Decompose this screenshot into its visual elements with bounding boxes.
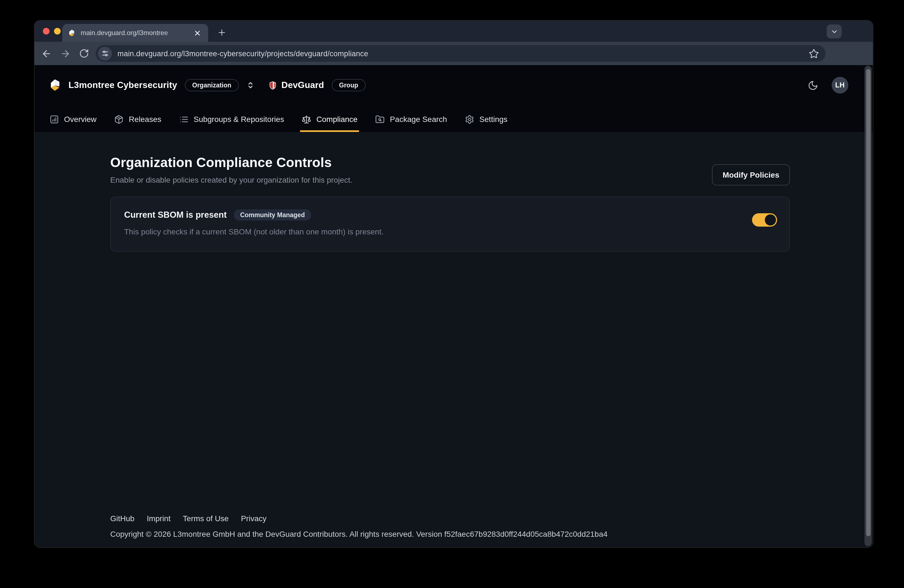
policy-card: Current SBOM is present Community Manage…: [110, 196, 790, 252]
policy-toggle[interactable]: [752, 213, 777, 227]
page-subtitle: Enable or disable policies created by yo…: [110, 175, 790, 184]
footer-link-privacy[interactable]: Privacy: [241, 514, 267, 523]
url-text[interactable]: main.devguard.org/l3montree-cybersecurit…: [117, 49, 803, 58]
browser-window: main.devguard.org/l3montree ✕: [35, 21, 873, 547]
releases-icon: [114, 114, 124, 124]
group-name[interactable]: DevGuard: [281, 80, 324, 90]
tab-overview[interactable]: Overview: [49, 106, 97, 132]
site-settings-icon[interactable]: [98, 46, 112, 60]
scrollbar-track[interactable]: [864, 66, 872, 546]
tab-title: main.devguard.org/l3montree: [81, 29, 188, 37]
group-badge: Group: [332, 79, 365, 91]
tab-label: Package Search: [390, 115, 447, 123]
dark-mode-toggle-icon[interactable]: [808, 80, 818, 90]
org-switcher-chevrons-icon[interactable]: [246, 81, 254, 89]
policy-name: Current SBOM is present: [124, 210, 227, 220]
scales-icon: [302, 114, 311, 124]
policy-badge: Community Managed: [234, 209, 311, 220]
desktop: main.devguard.org/l3montree ✕: [0, 0, 904, 588]
tab-settings[interactable]: Settings: [464, 106, 508, 132]
back-button[interactable]: [37, 48, 56, 59]
reload-button[interactable]: [74, 49, 93, 58]
gear-icon: [465, 114, 474, 124]
app-header: L3montree Cybersecurity Organization Dev…: [35, 65, 873, 132]
toggle-knob: [765, 214, 776, 226]
folder-search-icon: [375, 114, 385, 124]
policy-description: This policy checks if a current SBOM (no…: [124, 227, 776, 236]
close-window-button[interactable]: [43, 28, 49, 35]
organization-badge: Organization: [185, 79, 239, 91]
url-bar[interactable]: main.devguard.org/l3montree-cybersecurit…: [96, 45, 825, 62]
tab-close-icon[interactable]: ✕: [192, 28, 202, 38]
user-avatar[interactable]: LH: [831, 77, 848, 93]
new-tab-button[interactable]: [214, 24, 229, 40]
browser-tab[interactable]: main.devguard.org/l3montree ✕: [62, 24, 208, 42]
tab-compliance[interactable]: Compliance: [302, 106, 358, 132]
footer-link-github[interactable]: GitHub: [110, 514, 134, 523]
l3montree-logo: [49, 79, 62, 92]
page-title: Organization Compliance Controls: [110, 155, 790, 171]
list-icon: [179, 114, 188, 124]
modify-policies-button[interactable]: Modify Policies: [712, 164, 790, 185]
forward-button[interactable]: [56, 48, 74, 59]
tab-label: Compliance: [316, 115, 358, 123]
tab-subgroups-repositories[interactable]: Subgroups & Repositories: [179, 106, 284, 132]
footer: GitHub Imprint Terms of Use Privacy: [110, 514, 267, 523]
tab-favicon: [68, 28, 76, 37]
scrollbar-thumb[interactable]: [866, 69, 870, 536]
browser-tab-strip: main.devguard.org/l3montree ✕: [35, 21, 873, 42]
devguard-page: L3montree Cybersecurity Organization Dev…: [35, 65, 873, 547]
bookmark-star-icon[interactable]: [809, 49, 819, 58]
tab-label: Settings: [479, 115, 507, 123]
tab-label: Overview: [64, 115, 96, 123]
footer-link-terms[interactable]: Terms of Use: [183, 514, 229, 523]
tab-package-search[interactable]: Package Search: [375, 106, 447, 132]
tab-label: Releases: [129, 115, 161, 123]
tab-label: Subgroups & Repositories: [193, 115, 284, 123]
main-content: Organization Compliance Controls Enable …: [110, 132, 790, 184]
organization-name[interactable]: L3montree Cybersecurity: [68, 80, 177, 90]
minimize-window-button[interactable]: [54, 28, 61, 35]
tab-search-chevron-button[interactable]: [827, 24, 842, 38]
tab-releases[interactable]: Releases: [114, 106, 162, 132]
browser-toolbar: main.devguard.org/l3montree-cybersecurit…: [35, 42, 873, 65]
devguard-shield-icon: [269, 81, 277, 90]
project-nav: Overview Releases Subgroups & Repositori…: [49, 106, 862, 132]
copyright-text: Copyright © 2026 L3montree GmbH and the …: [110, 530, 608, 539]
footer-link-imprint[interactable]: Imprint: [147, 514, 171, 523]
overview-icon: [49, 114, 59, 124]
